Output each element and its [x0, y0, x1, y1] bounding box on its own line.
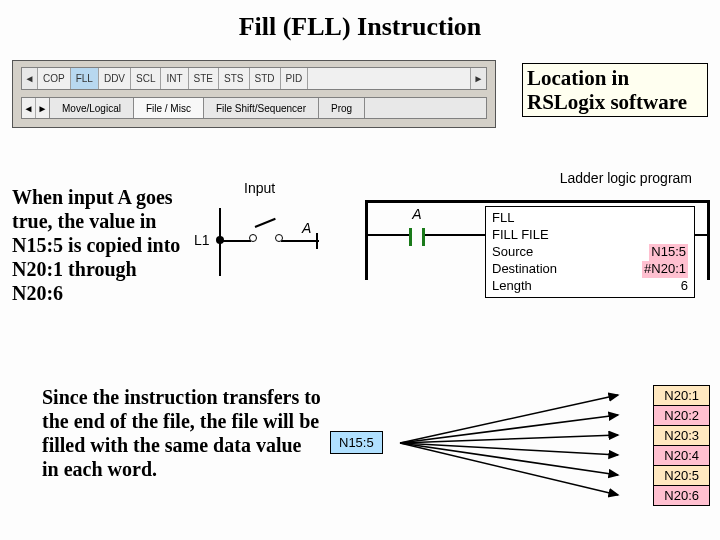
dest-word: N20:5	[654, 466, 709, 486]
rslogix-toolbar: ◄ COP FLL DDV SCL INT STE STS STD PID ► …	[12, 60, 496, 128]
rung-top	[365, 200, 710, 203]
switch-label: A	[302, 220, 311, 236]
category-tabs: ◄► Move/Logical File / Misc File Shift/S…	[21, 97, 487, 119]
fan-arrows-icon	[400, 385, 630, 505]
page-title: Fill (FLL) Instruction	[0, 12, 720, 42]
svg-line-3	[400, 443, 618, 455]
ladder-title: Ladder logic program	[560, 170, 692, 186]
scroll-right-icon[interactable]: ►	[470, 68, 486, 89]
description-1: When input A goes true, the value in N15…	[12, 185, 182, 305]
switch-icon	[249, 230, 283, 242]
dest-word: N20:3	[654, 426, 709, 446]
dest-word: N20:2	[654, 406, 709, 426]
ladder-diagram: Ladder logic program A FLL FILL FILE Sou…	[365, 170, 710, 340]
fll-name: FILL FILE	[492, 227, 688, 244]
instr-scl[interactable]: SCL	[131, 68, 161, 89]
instr-sts[interactable]: STS	[219, 68, 249, 89]
svg-line-4	[400, 443, 618, 475]
instr-cop[interactable]: COP	[38, 68, 71, 89]
tab-nav[interactable]: ◄►	[22, 98, 50, 118]
instruction-strip: ◄ COP FLL DDV SCL INT STE STS STD PID ►	[21, 67, 487, 90]
instr-ste[interactable]: STE	[189, 68, 219, 89]
left-rail	[365, 200, 368, 280]
fll-mnemonic: FLL	[492, 210, 688, 227]
instr-pid[interactable]: PID	[281, 68, 309, 89]
source-box: N15:5	[330, 431, 383, 454]
dest-word: N20:6	[654, 486, 709, 505]
instr-ddv[interactable]: DDV	[99, 68, 131, 89]
instr-std[interactable]: STD	[250, 68, 281, 89]
right-rail	[707, 200, 710, 280]
fll-len-label: Length	[492, 278, 681, 295]
dest-word: N20:1	[654, 386, 709, 406]
fll-len-val: 6	[681, 278, 688, 295]
fll-dest-val: #N20:1	[642, 261, 688, 278]
description-2: Since the instruction transfers to the e…	[42, 385, 322, 481]
input-title: Input	[244, 180, 275, 196]
svg-line-5	[400, 443, 618, 495]
fll-block: FLL FILL FILE SourceN15:5 Destination#N2…	[485, 206, 695, 298]
tab-move-logical[interactable]: Move/Logical	[50, 98, 134, 118]
input-diagram: Input L1 A	[194, 180, 354, 290]
fll-src-val: N15:5	[649, 244, 688, 261]
dest-word: N20:4	[654, 446, 709, 466]
location-label: Location in RSLogix software	[522, 63, 708, 117]
instr-int[interactable]: INT	[161, 68, 188, 89]
fll-src-label: Source	[492, 244, 649, 261]
node-dot	[216, 236, 224, 244]
terminal	[316, 233, 318, 249]
scroll-left-icon[interactable]: ◄	[22, 68, 38, 89]
tab-file-misc[interactable]: File / Misc	[134, 98, 204, 118]
instr-fll[interactable]: FLL	[71, 68, 99, 89]
contact-label: A	[393, 206, 441, 222]
tab-file-shift[interactable]: File Shift/Sequencer	[204, 98, 319, 118]
tab-prog[interactable]: Prog	[319, 98, 365, 118]
rail-label: L1	[194, 232, 210, 248]
fll-dest-label: Destination	[492, 261, 642, 278]
transfer-diagram: N15:5 N20:1 N20:2 N20:3 N20:4 N20:5 N20:…	[330, 385, 710, 535]
xic-contact: A	[393, 218, 441, 252]
destination-stack: N20:1 N20:2 N20:3 N20:4 N20:5 N20:6	[653, 385, 710, 506]
